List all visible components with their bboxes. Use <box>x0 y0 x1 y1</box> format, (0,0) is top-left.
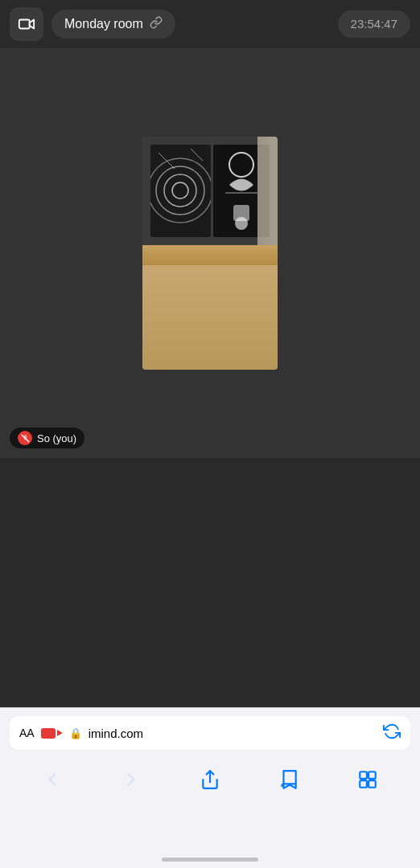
svg-point-3 <box>156 166 204 215</box>
svg-line-5 <box>159 153 175 169</box>
camera-button[interactable] <box>10 7 43 41</box>
svg-rect-33 <box>369 772 376 779</box>
svg-rect-34 <box>360 780 367 788</box>
svg-line-6 <box>191 149 203 161</box>
bookmarks-button[interactable] <box>269 766 309 793</box>
bottom-area <box>0 611 420 707</box>
domain-text: imind.com <box>89 727 143 740</box>
svg-rect-32 <box>360 772 367 779</box>
floor <box>142 265 278 370</box>
participant-label: So (you) <box>10 428 84 448</box>
camera-feed <box>142 137 278 370</box>
top-bar: Monday room 23:54:47 <box>0 0 420 48</box>
svg-rect-35 <box>369 780 376 788</box>
lock-icon: 🔒 <box>69 727 82 739</box>
svg-point-7 <box>229 153 253 177</box>
aa-label[interactable]: AA <box>19 727 35 739</box>
svg-point-1 <box>172 182 188 199</box>
muted-icon <box>18 431 32 445</box>
timestamp-text: 23:54:47 <box>351 17 397 31</box>
room-name-pill[interactable]: Monday room <box>51 10 175 39</box>
tabs-button[interactable] <box>348 766 388 793</box>
recording-indicator <box>41 728 63 739</box>
svg-point-2 <box>164 174 196 207</box>
address-bar[interactable]: AA 🔒 imind.com <box>10 716 410 750</box>
browser-bar: AA 🔒 imind.com <box>0 707 420 868</box>
refresh-button[interactable] <box>383 723 401 744</box>
room-name-text: Monday room <box>64 17 143 31</box>
art-panel-left <box>150 145 211 237</box>
svg-point-4 <box>150 158 211 223</box>
room-scene <box>142 137 278 370</box>
record-rect <box>41 728 56 739</box>
svg-rect-0 <box>19 20 30 29</box>
forward-button[interactable] <box>111 766 151 793</box>
timestamp-pill: 23:54:47 <box>338 10 410 38</box>
svg-point-9 <box>235 217 248 230</box>
home-indicator <box>162 858 258 862</box>
record-triangle <box>57 730 63 736</box>
participant-tile: So (you) <box>0 48 420 458</box>
participant-name: So (you) <box>37 432 76 444</box>
link-icon <box>150 16 163 32</box>
back-button[interactable] <box>32 766 72 793</box>
nav-bar <box>0 756 420 803</box>
share-button[interactable] <box>190 766 230 793</box>
